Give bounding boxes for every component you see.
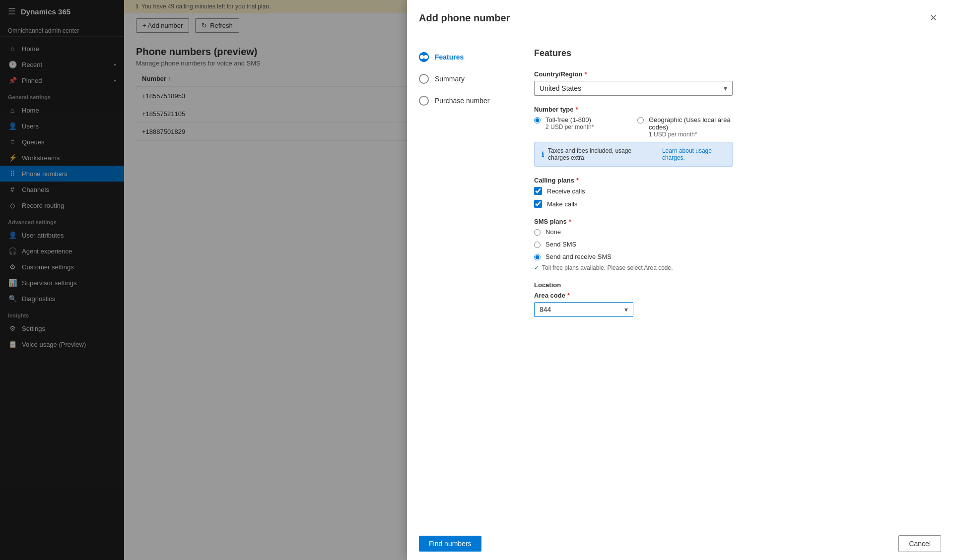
make-calls-checkbox[interactable] — [534, 200, 542, 208]
step-features-label: Features — [435, 53, 464, 61]
sms-options: None Send SMS Send and receive SMS — [534, 228, 935, 260]
steps-panel: Features Summary Purchase number — [407, 34, 516, 527]
step-purchase[interactable]: Purchase number — [407, 90, 516, 112]
send-sms-option[interactable]: Send SMS — [534, 241, 935, 248]
send-sms-label: Send SMS — [545, 241, 576, 248]
area-code-select[interactable]: 844 800 888 877 866 — [535, 303, 633, 316]
receive-calls-label: Receive calls — [547, 187, 585, 195]
modal-title: Add phone number — [419, 12, 510, 24]
required-star: * — [569, 218, 571, 225]
add-phone-number-modal: Add phone number ✕ Features Summary — [407, 0, 953, 560]
tollfree-sub-label: 2 USD per month* — [545, 124, 594, 130]
geographic-main-label: Geographic (Uses local area codes) — [649, 116, 733, 131]
toll-free-note-text: Toll free plans available. Please select… — [542, 264, 673, 271]
info-banner: ℹ Taxes and fees included, usage charges… — [534, 142, 733, 167]
send-receive-sms-option[interactable]: Send and receive SMS — [534, 253, 935, 260]
step-summary[interactable]: Summary — [407, 68, 516, 90]
toll-free-note: ✓ Toll free plans available. Please sele… — [534, 264, 935, 271]
info-text: Taxes and fees included, usage charges e… — [548, 147, 653, 161]
geographic-option[interactable]: Geographic (Uses local area codes) 1 USD… — [637, 116, 733, 138]
cancel-button[interactable]: Cancel — [898, 535, 941, 552]
required-star: * — [567, 292, 570, 299]
area-code-select-wrapper[interactable]: 844 800 888 877 866 ▾ — [534, 302, 633, 317]
make-calls-label: Make calls — [547, 200, 577, 208]
calling-plans-label: Calling plans * — [534, 177, 935, 184]
geographic-label: Geographic (Uses local area codes) 1 USD… — [649, 116, 733, 138]
location-label: Location — [534, 281, 935, 289]
geographic-radio[interactable] — [637, 117, 644, 124]
tollfree-radio[interactable] — [534, 117, 541, 124]
tollfree-option[interactable]: Toll-free (1-800) 2 USD per month* — [534, 116, 629, 138]
form-section-title: Features — [534, 48, 935, 59]
calling-plans-group: Calling plans * Receive calls Make calls — [534, 177, 935, 208]
sms-none-option[interactable]: None — [534, 228, 935, 236]
calling-options: Receive calls Make calls — [534, 187, 935, 208]
send-sms-radio[interactable] — [534, 242, 541, 248]
tollfree-main-label: Toll-free (1-800) — [545, 116, 594, 124]
receive-calls-checkbox[interactable] — [534, 187, 542, 195]
required-star: * — [585, 70, 587, 78]
send-receive-sms-radio[interactable] — [534, 254, 541, 260]
modal-footer: Find numbers Cancel — [407, 527, 953, 560]
step-summary-circle — [419, 74, 429, 84]
sms-plans-label: SMS plans * — [534, 218, 935, 225]
required-star: * — [576, 177, 579, 184]
tollfree-label: Toll-free (1-800) 2 USD per month* — [545, 116, 594, 130]
step-features[interactable]: Features — [407, 46, 516, 68]
learn-link[interactable]: Learn about usage charges. — [662, 147, 725, 161]
number-type-group: Number type * Toll-free (1-800) 2 USD pe… — [534, 106, 935, 167]
receive-calls-option[interactable]: Receive calls — [534, 187, 935, 195]
modal-header: Add phone number ✕ — [407, 0, 953, 34]
make-calls-option[interactable]: Make calls — [534, 200, 935, 208]
country-region-select[interactable]: United States — [535, 81, 732, 95]
country-region-group: Country/Region * United States ▾ — [534, 70, 935, 96]
sms-plans-group: SMS plans * None Send SMS — [534, 218, 935, 271]
send-receive-sms-label: Send and receive SMS — [545, 253, 612, 260]
close-button[interactable]: ✕ — [925, 10, 941, 26]
step-purchase-circle — [419, 96, 429, 106]
step-features-circle — [419, 52, 429, 62]
find-numbers-button[interactable]: Find numbers — [419, 536, 481, 552]
info-icon: ℹ — [542, 150, 544, 158]
number-type-label: Number type * — [534, 106, 935, 113]
modal-body: Features Summary Purchase number Feature… — [407, 34, 953, 527]
sms-none-label: None — [545, 228, 561, 236]
country-region-select-wrapper[interactable]: United States ▾ — [534, 81, 733, 96]
step-purchase-label: Purchase number — [435, 97, 490, 105]
area-code-label: Area code * — [534, 292, 935, 299]
required-star: * — [575, 106, 578, 113]
country-region-label: Country/Region * — [534, 70, 935, 78]
step-summary-label: Summary — [435, 75, 465, 83]
form-panel: Features Country/Region * United States … — [516, 34, 953, 527]
geographic-sub-label: 1 USD per month* — [649, 131, 733, 138]
sms-none-radio[interactable] — [534, 229, 541, 236]
number-type-options: Toll-free (1-800) 2 USD per month* Geogr… — [534, 116, 733, 138]
modal-overlay: Add phone number ✕ Features Summary — [0, 0, 953, 560]
check-icon: ✓ — [534, 264, 539, 271]
location-group: Location Area code * 844 800 888 877 866 — [534, 281, 935, 317]
